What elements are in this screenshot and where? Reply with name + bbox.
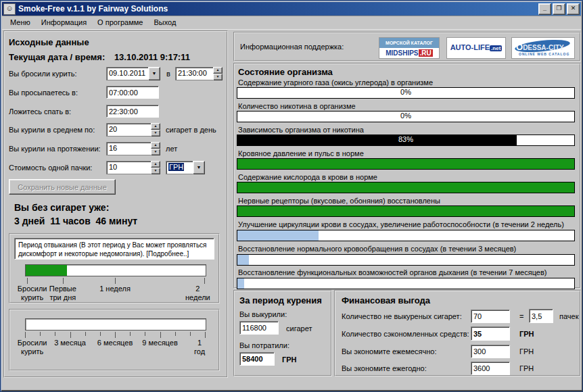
window-title: Smoke-Free v.1.1 by Fairway Solutions [18, 4, 538, 14]
close-button[interactable]: ✕ [567, 3, 580, 15]
smoked-suffix: сигарет [286, 324, 312, 333]
tick-mark [63, 278, 64, 284]
tick-mark [55, 332, 55, 336]
current-datetime: Текущая дата / время: 13.10.2011 9:17:11 [9, 52, 190, 62]
tick-mark [205, 332, 206, 338]
spent-amount-input[interactable] [239, 352, 275, 366]
tick-mark [175, 332, 176, 336]
odessa-text: ODESSA-CITY [516, 42, 564, 52]
years-suffix: лет [166, 145, 177, 153]
menu-item-menu[interactable]: Меню [5, 17, 36, 28]
auto-life-logo[interactable]: AUTO-LIFE.net [446, 37, 506, 59]
smoking-period-panel: За период курения Вы выкурили: сигарет В… [233, 290, 332, 376]
currency-combo[interactable]: ГРН ▼ [166, 161, 205, 174]
week-progress-fill [26, 265, 67, 276]
maximize-button[interactable]: ❐ [553, 3, 565, 15]
currency-value: ГРН [168, 163, 184, 171]
saved-money-input[interactable] [471, 326, 510, 341]
app-icon: ☺ [3, 3, 16, 15]
tick-label: 1 год [194, 339, 205, 356]
midships-logo-top: МОРСКОЙ КАТАЛОГ [379, 38, 439, 48]
spinner-up-icon[interactable]: ▲ [213, 67, 223, 74]
odessa-city-logo[interactable]: ODESSA-CITY ONLINE WEB CATALOG [511, 37, 575, 59]
packs-suffix: пачек [559, 312, 579, 320]
auto-life-net: .net [490, 45, 502, 51]
tick-mark [100, 332, 101, 336]
menu-item-information[interactable]: Информация [36, 17, 92, 28]
spinner-down-icon[interactable]: ▼ [151, 149, 160, 155]
bar-value: 0% [237, 88, 574, 97]
info-support-label: Информационная поддержка: [240, 43, 344, 51]
equals-sign: = [519, 312, 523, 320]
menu-bar: Меню Информация О программе Выход [2, 16, 581, 30]
year-scale-ticks [25, 332, 205, 339]
bar-fill [237, 278, 244, 289]
bar-fill [237, 159, 574, 169]
progress-bar-oxygen [237, 182, 575, 193]
smoke-free-duration: 3 дней 11 часов 46 минут [14, 216, 137, 226]
progress-bar-lungs [237, 278, 575, 289]
spinner-down-icon[interactable]: ▼ [151, 168, 160, 174]
tick-mark [204, 278, 205, 284]
monthly-savings-input[interactable] [471, 345, 510, 358]
spinner-up-icon[interactable]: ▲ [151, 142, 160, 149]
menu-item-exit[interactable]: Выход [148, 17, 181, 28]
tick-label: Бросили курить [18, 285, 47, 302]
state-item-label: Кровяное давление и пульс в норме [238, 149, 364, 157]
body-state-header: Состояние организма [238, 67, 333, 77]
monthly-savings-suffix: ГРН [519, 347, 534, 356]
menu-item-about[interactable]: О программе [92, 17, 148, 28]
chevron-down-icon[interactable]: ▼ [148, 67, 160, 80]
initial-data-header: Исходные данные [9, 37, 89, 47]
midships-logo-bottom: MIDSHIPS.RU [379, 48, 439, 58]
tick-mark [40, 332, 41, 336]
unsmoked-count-input[interactable] [471, 310, 510, 323]
tick-mark [160, 332, 161, 338]
yearly-savings-input[interactable] [471, 362, 510, 375]
initial-data-panel: Исходные данные Текущая дата / время: 13… [3, 30, 228, 378]
bar-value: 83% [237, 135, 574, 144]
year-progress-bar [25, 318, 206, 330]
save-button[interactable]: Сохранить новые данные [9, 179, 116, 195]
spinner-up-icon[interactable]: ▲ [151, 161, 160, 168]
spinner-up-icon[interactable]: ▲ [151, 123, 160, 130]
packs-count-input[interactable] [529, 309, 553, 323]
quit-date-combo[interactable]: 09.10.2011 ▼ [106, 67, 160, 80]
yearly-savings-suffix: ГРН [519, 364, 534, 372]
yearly-savings-label: Вы экономите ежегодно: [342, 364, 427, 372]
avg-cigs-spinner[interactable]: 20 ▲ ▼ [106, 123, 160, 137]
tick-label: 9 месяцев [142, 339, 177, 347]
financial-header: Финансовая выгода [342, 295, 430, 305]
wake-time-input[interactable] [106, 86, 159, 99]
years-value: 16 [106, 142, 151, 155]
auto-life-text: AUTO-LIFE [450, 43, 490, 51]
spinner-down-icon[interactable]: ▼ [213, 74, 223, 80]
progress-bar-blood-pressure [237, 158, 575, 170]
state-item-label: Восстановление функциональных возможност… [238, 268, 546, 276]
years-spinner[interactable]: 16 ▲ ▼ [106, 142, 160, 155]
chevron-down-icon[interactable]: ▼ [193, 161, 205, 174]
bar-fill [237, 255, 249, 265]
withdrawal-period-box: Период отвыкания (В этот период у Вас мо… [9, 233, 220, 303]
withdrawal-note[interactable]: Период отвыкания (В этот период у Вас мо… [14, 238, 214, 260]
pack-price-spinner[interactable]: 10 ▲ ▼ [106, 161, 160, 174]
tick-mark [115, 332, 116, 338]
midships-text: MIDSHIPS [386, 49, 418, 57]
week-scale-ticks [25, 278, 205, 285]
spent-suffix: ГРН [282, 356, 297, 364]
midships-ru: .RU [419, 49, 433, 57]
progress-bar-blood-flow [237, 254, 575, 266]
state-item-label: Зависимость организма от никотина [238, 126, 364, 134]
quit-time-spinner[interactable]: 21:30:00 ▲ ▼ [175, 67, 223, 80]
bar-fill [237, 230, 319, 241]
tick-mark [145, 332, 145, 336]
smoked-count-input[interactable] [239, 321, 279, 335]
spinner-down-icon[interactable]: ▼ [151, 130, 160, 137]
saved-money-label: Количество сэкономленных средств: [342, 330, 469, 338]
midships-logo[interactable]: МОРСКОЙ КАТАЛОГ MIDSHIPS.RU [379, 37, 440, 59]
sleep-time-input[interactable] [106, 105, 159, 118]
minimize-button[interactable]: _ [538, 3, 551, 15]
avg-cigs-label: Вы курили в среднем по: [9, 126, 95, 134]
odessa-o: O [516, 42, 523, 52]
state-item-label: Содержание угарного газа (окись углерода… [238, 78, 433, 87]
